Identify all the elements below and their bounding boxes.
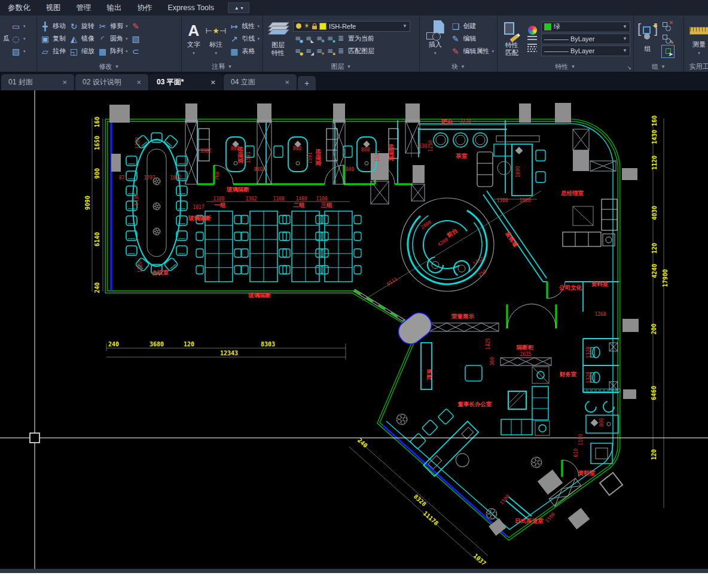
color-combo[interactable]: 绿 ▼ (541, 22, 630, 32)
layer-freeze-icon[interactable]: ≡❋ (315, 34, 324, 42)
layer-off-icon[interactable]: ≡● (293, 34, 303, 42)
match-layer-button[interactable]: ≣匹配图层 (336, 45, 374, 57)
menu-collaborate[interactable]: 协作 (130, 0, 160, 16)
plan-label: 1591 (246, 151, 251, 163)
copy-button[interactable]: ▣复制 (40, 33, 66, 44)
measure-button[interactable]: 测量▾ (687, 20, 708, 57)
outer-walls (106, 120, 619, 539)
insert-block-button[interactable]: 插入▾ (423, 20, 447, 57)
menu-express-tools[interactable]: Express Tools (160, 0, 222, 16)
rectangle-tool-button[interactable]: ▭▾ (11, 20, 26, 32)
linear-dim-icon: ↦ (229, 22, 239, 31)
move-button[interactable]: ╋移动 (40, 20, 66, 32)
trim-button[interactable]: ✂修剪▾ (97, 20, 128, 32)
file-tab-design-notes[interactable]: 02 设计说明× (75, 74, 148, 90)
rotate-button[interactable]: ↻旋转 (69, 20, 94, 32)
menu-manage[interactable]: 管理 (69, 0, 99, 16)
current-linetype: ByLayer (570, 47, 594, 54)
plan-label: 160 (651, 115, 658, 126)
panel-label-layers[interactable]: 图层▼ (263, 62, 419, 72)
new-tab-button[interactable]: + (298, 76, 316, 90)
menu-parametric[interactable]: 参数化 (0, 0, 38, 16)
floorplan-canvas[interactable]: 1601650900909061402402403680120830312343… (0, 90, 708, 569)
plan-label: 1489 (295, 196, 307, 202)
status-divider (0, 569, 708, 573)
close-icon[interactable]: × (62, 78, 67, 87)
layer-combo[interactable]: ☀ ISH-Refe ▼ (293, 21, 410, 32)
plan-label: 11178 (422, 510, 440, 526)
hatch-tool-button[interactable]: ▨▾ (11, 45, 26, 57)
panel-label-block[interactable]: 块▼ (420, 62, 497, 72)
file-tab-cover[interactable]: 01 封面× (1, 74, 74, 90)
linear-dim-button[interactable]: ↦线性▾ (229, 20, 260, 32)
column (109, 105, 130, 123)
linetype-icon[interactable] (527, 46, 537, 52)
layer-isolate-icon[interactable]: ≡◣ (304, 34, 313, 42)
offset-button[interactable]: ⊂ (131, 45, 141, 57)
array-button[interactable]: ▦阵列▾ (97, 45, 128, 57)
close-icon[interactable]: × (285, 78, 289, 87)
file-tab-floorplan-active[interactable]: 03 平面*× (149, 74, 222, 90)
fillet-button[interactable]: ◜圆角▾ (97, 33, 128, 44)
match-properties-button[interactable]: 特性匹配 (501, 21, 523, 57)
rotate-icon: ↻ (69, 22, 79, 31)
menu-output[interactable]: 输出 (99, 0, 130, 16)
pickbox (30, 433, 39, 443)
table-button[interactable]: ▦表格 (229, 45, 260, 57)
dimension-lines (92, 118, 664, 563)
erase-button[interactable]: ✎ (131, 20, 141, 32)
scale-button[interactable]: ◱缩放 (69, 45, 94, 57)
layer-thaw-all-icon[interactable]: ≡☀ (315, 47, 324, 55)
plan-label: 一组 (215, 202, 227, 208)
file-tab-elevation[interactable]: 04 立面× (224, 74, 297, 90)
close-icon[interactable]: × (136, 78, 141, 87)
plan-label: 800 (293, 146, 302, 151)
lineweight-combo[interactable]: ———— ByLayer ▼ (541, 33, 630, 44)
text-button[interactable]: A 文字▾ (185, 20, 203, 57)
dimension-button[interactable]: ⊢★⊣ 标注▾ (206, 20, 227, 57)
plan-label: 1100 (273, 196, 284, 202)
arc-label-partial: 瓜 (3, 34, 10, 43)
panel-label-utilities[interactable]: 实用工 (684, 62, 708, 72)
ungroup-button[interactable]: ✕ (661, 20, 675, 32)
menu-view[interactable]: 视图 (38, 0, 69, 16)
edit-block-button[interactable]: ✎编辑 (450, 33, 494, 44)
linetype-combo[interactable]: ———— ByLayer ▼ (541, 45, 630, 56)
mirror-button[interactable]: ◭镜像 (69, 33, 94, 44)
panel-label-annotate[interactable]: 注释▼ (182, 62, 263, 72)
layer-properties-button[interactable]: 图层特性 (266, 21, 290, 57)
column (111, 154, 121, 172)
color-wheel-icon[interactable] (528, 26, 537, 35)
ribbon-display-toggle[interactable]: ▲▾ (228, 2, 249, 13)
group-button[interactable]: []✦ 组 (637, 25, 658, 53)
properties-dialog-launcher[interactable]: ↘ (627, 65, 631, 71)
close-icon[interactable]: × (210, 78, 215, 87)
leader-button[interactable]: ↗引线▾ (229, 33, 260, 44)
panel-utilities: 测量▾ 实用工 (684, 16, 708, 72)
chair (176, 216, 187, 226)
stretch-icon: ▱ (40, 47, 50, 56)
lineweight-icon[interactable] (527, 36, 537, 45)
plan-label: 1430 (651, 130, 658, 144)
panel-draw-partial: 瓜 ▭▾ ◌▾ ▨▾ (0, 16, 37, 72)
panel-label-modify[interactable]: 修改▼ (37, 62, 181, 72)
column (623, 389, 636, 399)
explode-button[interactable]: ▧ (131, 33, 141, 44)
drawing-area[interactable]: 1601650900909061402402403680120830312343… (0, 90, 708, 569)
panel-label-group[interactable]: 组▼ (634, 62, 683, 72)
column (622, 168, 637, 180)
layer-unlock-all-icon[interactable]: ≡▪ (325, 47, 335, 55)
layer-lock-icon[interactable]: ≡▪ (325, 34, 335, 42)
set-current-layer-button[interactable]: ≣置为当前 (336, 33, 374, 44)
circle-tool-button[interactable]: ◌▾ (11, 33, 26, 44)
stretch-button[interactable]: ▱拉伸 (40, 45, 66, 57)
layer-unisolate-icon[interactable]: ≡◢ (304, 47, 313, 55)
group-selection-toggle[interactable]: ➤ (661, 45, 675, 57)
plan-label: 1362 (245, 196, 257, 202)
create-block-button[interactable]: ❑创建 (450, 20, 494, 32)
panel-label-properties[interactable]: 特性▼ (498, 62, 633, 72)
edit-attributes-button[interactable]: ✎编辑属性▾ (450, 45, 494, 57)
layer-on-all-icon[interactable]: ≡● (293, 47, 303, 55)
layer-thaw-icon: ☀ (304, 22, 310, 30)
group-edit-button[interactable]: ✎ (661, 33, 675, 44)
